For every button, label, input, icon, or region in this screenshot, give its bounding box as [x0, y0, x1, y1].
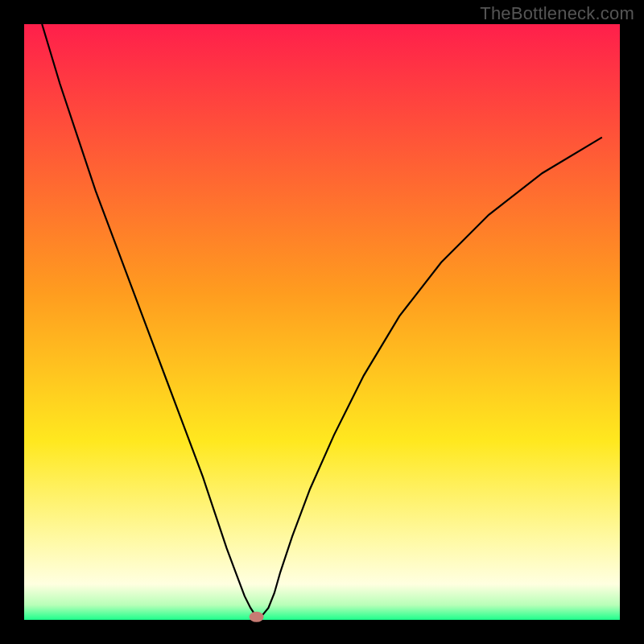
chart-frame: TheBottleneck.com: [0, 0, 644, 644]
optimal-point-marker: [250, 612, 264, 622]
bottleneck-chart: [0, 0, 644, 644]
plot-background: [24, 24, 620, 620]
watermark-text: TheBottleneck.com: [480, 3, 634, 24]
